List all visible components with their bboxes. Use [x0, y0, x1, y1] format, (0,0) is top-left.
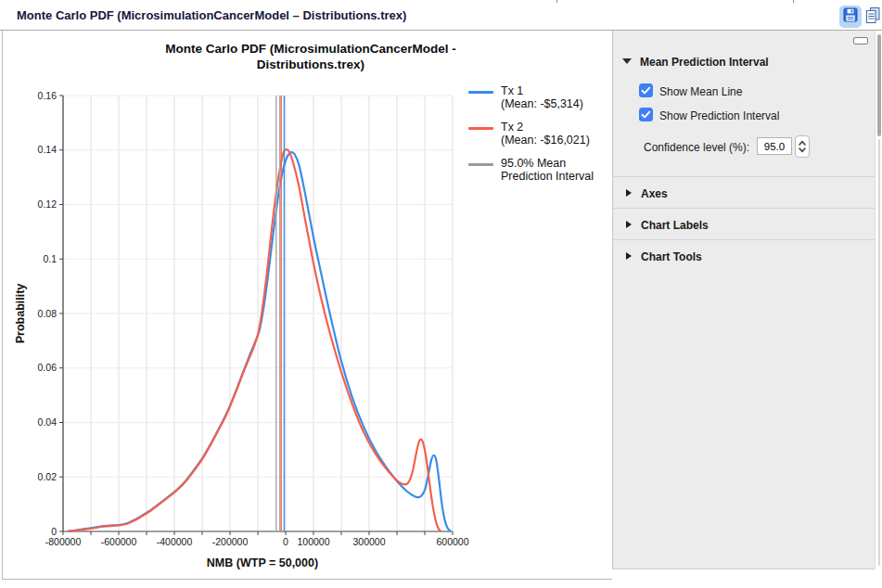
svg-text:100000: 100000: [297, 536, 329, 547]
chevron-right-icon[interactable]: [626, 252, 632, 260]
legend-item-interval: 95.0% Mean Prediction Interval: [468, 158, 594, 183]
section-chart-tools[interactable]: Chart Tools: [641, 250, 702, 263]
checkmark-icon: [639, 83, 653, 97]
svg-text:0.08: 0.08: [38, 308, 58, 319]
svg-text:0.14: 0.14: [38, 144, 58, 155]
confidence-stepper[interactable]: [795, 135, 810, 158]
svg-text:-600000: -600000: [101, 536, 137, 547]
section-chart-labels[interactable]: Chart Labels: [641, 219, 709, 232]
show-prediction-interval-checkbox[interactable]: [639, 108, 653, 121]
svg-text:0.04: 0.04: [38, 416, 58, 428]
section-axes[interactable]: Axes: [641, 187, 668, 200]
show-mean-line-checkbox[interactable]: [639, 83, 653, 97]
y-axis-label: Probability: [14, 284, 27, 344]
confidence-level-label: Confidence level (%):: [644, 141, 749, 154]
cutoff-content-strip: [0, 581, 882, 588]
save-button[interactable]: [839, 6, 862, 28]
svg-text:-800000: -800000: [45, 536, 82, 547]
chart-legend: Tx 1 (Mean: -$5,314) Tx 2 (Mean: -$16,02…: [468, 85, 594, 183]
svg-text:-200000: -200000: [212, 536, 249, 547]
show-mean-line-label: Show Mean Line: [659, 85, 742, 98]
legend-item-tx2: Tx 2 (Mean: -$16,021): [468, 121, 594, 147]
section-mean-prediction-interval[interactable]: Mean Prediction Interval: [640, 56, 769, 69]
svg-text:0.02: 0.02: [38, 471, 58, 482]
legend-interval-line1: 95.0% Mean: [501, 158, 594, 171]
tx2-line-swatch: [468, 127, 493, 130]
confidence-level-input[interactable]: [757, 137, 792, 155]
svg-text:300000: 300000: [352, 536, 385, 547]
legend-tx1-mean: (Mean: -$5,314): [501, 98, 583, 111]
legend-tx1-name: Tx 1: [501, 85, 583, 98]
svg-text:-400000: -400000: [157, 536, 193, 547]
svg-text:0.06: 0.06: [38, 362, 58, 373]
svg-text:0.16: 0.16: [38, 90, 58, 101]
chevron-down-icon[interactable]: [622, 58, 632, 64]
checkmark-icon: [639, 108, 653, 121]
copy-icon: [864, 6, 881, 28]
x-axis-label: NMB (WTP = 50,000): [82, 556, 443, 569]
legend-tx2-mean: (Mean: -$16,021): [501, 134, 590, 147]
copy-button[interactable]: [863, 7, 882, 27]
stepper-up-down-icon: [797, 137, 808, 156]
svg-text:0.1: 0.1: [43, 253, 57, 264]
legend-interval-line2: Prediction Interval: [501, 171, 594, 184]
section-divider: [612, 208, 875, 209]
svg-text:0: 0: [51, 526, 57, 537]
legend-item-tx1: Tx 1 (Mean: -$5,314): [468, 85, 594, 110]
chevron-right-icon[interactable]: [626, 221, 632, 228]
chevron-right-icon[interactable]: [626, 189, 632, 197]
section-divider: [612, 239, 875, 240]
interval-line-swatch: [468, 163, 493, 166]
svg-text:600000: 600000: [436, 536, 468, 547]
window-titlebar: Monte Carlo PDF (MicrosimulationCancerMo…: [0, 3, 882, 31]
legend-tx2-name: Tx 2: [501, 121, 590, 134]
svg-text:0.12: 0.12: [38, 198, 58, 210]
section-divider: [612, 176, 875, 177]
svg-text:0: 0: [283, 536, 288, 547]
scrollbar-track-line: [878, 139, 880, 566]
save-icon: [843, 7, 858, 26]
window-title: Monte Carlo PDF (MicrosimulationCancerMo…: [17, 8, 406, 22]
scrollbar-thumb[interactable]: [877, 34, 881, 136]
collapse-panel-button[interactable]: [853, 37, 868, 45]
app-window: Monte Carlo PDF (MicrosimulationCancerMo…: [0, 0, 882, 588]
tx1-line-swatch: [468, 91, 493, 94]
show-prediction-interval-label: Show Prediction Interval: [659, 109, 779, 122]
